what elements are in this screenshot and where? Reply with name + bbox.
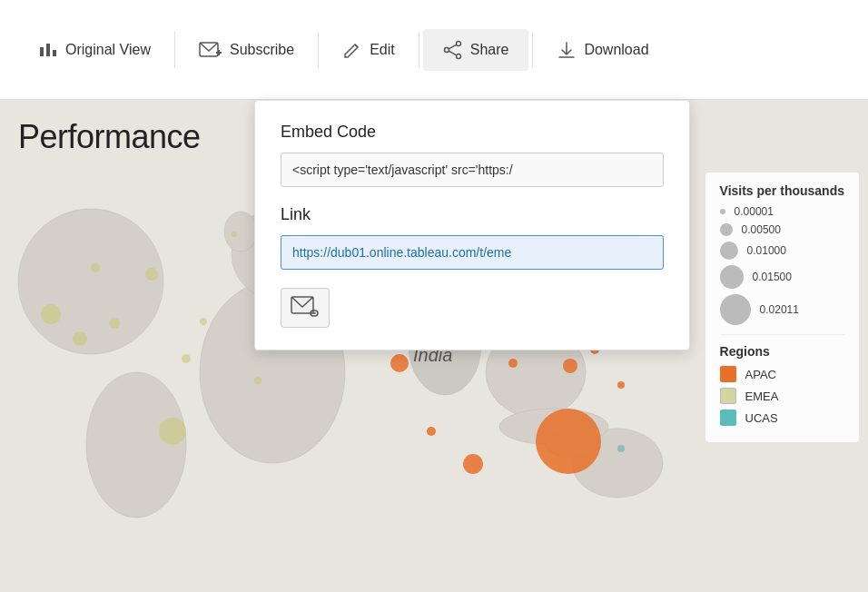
map-title: Performance: [18, 118, 201, 156]
size-circle-3: [720, 242, 738, 260]
ucas-label: UCAS: [745, 411, 778, 425]
embed-code-input[interactable]: <script type='text/javascript' src='http…: [281, 153, 664, 187]
svg-point-7: [456, 54, 460, 58]
original-view-label: Original View: [65, 42, 151, 58]
size-label-4: 0.01500: [753, 271, 792, 283]
bubble-7: [427, 427, 436, 436]
embed-code-title: Embed Code: [281, 123, 664, 142]
emea-label: EMEA: [745, 390, 779, 403]
bubble-3: [563, 359, 577, 373]
legend-ucas: UCAS: [720, 409, 844, 426]
bar-chart-icon: [38, 40, 58, 60]
size-circle-5: [720, 294, 751, 325]
apac-color: [720, 366, 736, 382]
svg-point-21: [86, 372, 186, 518]
legend-size-4: 0.01500: [720, 265, 844, 289]
subscribe-icon: [199, 40, 222, 60]
svg-point-6: [456, 41, 460, 45]
divider-2: [318, 32, 319, 68]
svg-point-20: [18, 209, 163, 354]
svg-point-8: [444, 47, 449, 52]
link-input[interactable]: https://dub01.online.tableau.com/t/eme: [281, 235, 664, 270]
bubble-g11: [200, 318, 207, 325]
share-label: Share: [470, 42, 509, 58]
size-label-1: 0.00001: [735, 205, 774, 218]
toolbar: Original View Subscribe Edit Share: [0, 0, 868, 100]
legend-divider: [720, 334, 844, 335]
apac-label: APAC: [745, 368, 776, 381]
svg-line-10: [449, 51, 457, 55]
bubble-indonesia: [536, 409, 601, 474]
bubble-g9: [254, 377, 261, 384]
bubble-t1: [617, 445, 625, 452]
bubble-g4: [159, 418, 186, 445]
bubble-g1: [41, 304, 61, 324]
edit-button[interactable]: Edit: [322, 29, 415, 71]
divider-1: [174, 32, 175, 68]
size-label-5: 0.02011: [760, 303, 799, 316]
emea-color: [720, 388, 736, 404]
bubble-8: [617, 381, 625, 389]
bubble-g12: [145, 268, 158, 281]
svg-rect-1: [46, 44, 50, 56]
size-circle-2: [720, 223, 733, 236]
bubble-india: [390, 354, 409, 372]
svg-line-9: [449, 44, 457, 49]
legend-size-2: 0.00500: [720, 223, 844, 236]
legend-size-3: 0.01000: [720, 242, 844, 260]
email-link-button[interactable]: [281, 288, 330, 328]
svg-rect-0: [40, 47, 44, 56]
download-icon: [557, 40, 577, 60]
size-circle-1: [720, 209, 725, 214]
link-title: Link: [281, 205, 664, 224]
bubble-2: [508, 359, 518, 368]
subscribe-button[interactable]: Subscribe: [179, 29, 314, 71]
legend-emea: EMEA: [720, 388, 844, 404]
visits-per-label: Visits per thousands: [720, 183, 844, 198]
bubble-g2: [73, 331, 87, 346]
edit-label: Edit: [370, 42, 395, 58]
regions-label: Regions: [720, 344, 844, 359]
share-popup: Embed Code <script type='text/javascript…: [254, 100, 690, 350]
edit-icon: [342, 40, 362, 60]
share-icon: [443, 40, 463, 60]
size-label-2: 0.00500: [742, 223, 781, 236]
link-value: https://dub01.online.tableau.com/t/eme: [292, 245, 511, 260]
bubble-g10: [232, 232, 237, 237]
download-label: Download: [584, 42, 648, 58]
bubble-6: [463, 454, 483, 474]
bubble-g13: [91, 263, 100, 272]
divider-3: [419, 32, 419, 68]
legend-panel: Visits per thousands 0.00001 0.00500 0.0…: [705, 173, 859, 442]
ucas-color: [720, 409, 736, 426]
size-circle-4: [720, 265, 744, 289]
share-button[interactable]: Share: [423, 29, 529, 71]
legend-size-1: 0.00001: [720, 205, 844, 218]
embed-code-value: <script type='text/javascript' src='http…: [292, 163, 513, 177]
bubble-g3: [109, 318, 120, 329]
download-button[interactable]: Download: [537, 29, 668, 71]
legend-size-5: 0.02011: [720, 294, 844, 325]
divider-4: [532, 32, 533, 68]
legend-apac: APAC: [720, 366, 844, 382]
original-view-button[interactable]: Original View: [18, 29, 171, 71]
email-chain-icon: [291, 296, 320, 320]
size-label-3: 0.01000: [747, 244, 786, 257]
svg-point-23: [224, 212, 257, 252]
popup-actions: [281, 288, 664, 328]
bubble-g5: [182, 354, 191, 363]
subscribe-label: Subscribe: [230, 42, 294, 58]
svg-rect-2: [53, 50, 56, 56]
